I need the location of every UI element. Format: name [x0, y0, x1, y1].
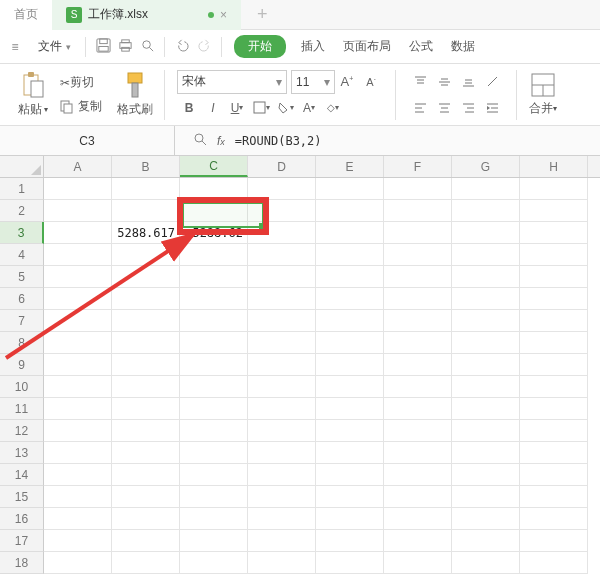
app-menu-button[interactable]: ≡ — [0, 40, 30, 54]
undo-icon[interactable] — [171, 38, 193, 56]
cell-B18[interactable] — [112, 552, 180, 574]
phonetic-button[interactable]: ◇▾ — [321, 96, 345, 120]
cell-G12[interactable] — [452, 420, 520, 442]
cell-F9[interactable] — [384, 354, 452, 376]
bold-button[interactable]: B — [177, 96, 201, 120]
cell-H6[interactable] — [520, 288, 588, 310]
cell-D1[interactable] — [248, 178, 316, 200]
cell-B11[interactable] — [112, 398, 180, 420]
cell-E11[interactable] — [316, 398, 384, 420]
name-box[interactable]: C3 — [0, 126, 175, 156]
cell-D9[interactable] — [248, 354, 316, 376]
cell-C15[interactable] — [180, 486, 248, 508]
select-all-corner[interactable] — [0, 156, 44, 177]
cell-D2[interactable] — [248, 200, 316, 222]
copy-button[interactable]: 复制 — [56, 95, 106, 119]
cell-F18[interactable] — [384, 552, 452, 574]
cell-B4[interactable] — [112, 244, 180, 266]
new-tab-button[interactable]: + — [241, 0, 284, 30]
cell-G10[interactable] — [452, 376, 520, 398]
cell-A16[interactable] — [44, 508, 112, 530]
cell-A18[interactable] — [44, 552, 112, 574]
tab-data[interactable]: 数据 — [442, 38, 484, 55]
decrease-font-button[interactable]: A- — [359, 70, 383, 94]
row-header-5[interactable]: 5 — [0, 266, 44, 288]
cell-A7[interactable] — [44, 310, 112, 332]
format-painter-button[interactable]: 格式刷 — [112, 64, 158, 125]
cell-G15[interactable] — [452, 486, 520, 508]
cell-H8[interactable] — [520, 332, 588, 354]
cell-H9[interactable] — [520, 354, 588, 376]
cell-D11[interactable] — [248, 398, 316, 420]
indent-button[interactable] — [480, 96, 504, 120]
cell-C6[interactable] — [180, 288, 248, 310]
align-center-button[interactable] — [432, 96, 456, 120]
cell-F16[interactable] — [384, 508, 452, 530]
fx-icon[interactable]: fx — [217, 134, 225, 148]
cell-F1[interactable] — [384, 178, 452, 200]
column-header-A[interactable]: A — [44, 156, 112, 177]
cell-E9[interactable] — [316, 354, 384, 376]
cell-E5[interactable] — [316, 266, 384, 288]
cell-H2[interactable] — [520, 200, 588, 222]
cell-C12[interactable] — [180, 420, 248, 442]
search-icon[interactable] — [193, 132, 207, 149]
column-header-H[interactable]: H — [520, 156, 588, 177]
cell-C14[interactable] — [180, 464, 248, 486]
cell-D6[interactable] — [248, 288, 316, 310]
cell-A13[interactable] — [44, 442, 112, 464]
cell-F6[interactable] — [384, 288, 452, 310]
cell-D5[interactable] — [248, 266, 316, 288]
cell-H11[interactable] — [520, 398, 588, 420]
cell-A10[interactable] — [44, 376, 112, 398]
align-right-button[interactable] — [456, 96, 480, 120]
row-header-17[interactable]: 17 — [0, 530, 44, 552]
cell-B2[interactable] — [112, 200, 180, 222]
cell-E4[interactable] — [316, 244, 384, 266]
cell-B17[interactable] — [112, 530, 180, 552]
cell-E7[interactable] — [316, 310, 384, 332]
cell-F7[interactable] — [384, 310, 452, 332]
cell-H17[interactable] — [520, 530, 588, 552]
cell-D4[interactable] — [248, 244, 316, 266]
cell-D12[interactable] — [248, 420, 316, 442]
cell-B6[interactable] — [112, 288, 180, 310]
cell-B13[interactable] — [112, 442, 180, 464]
row-header-11[interactable]: 11 — [0, 398, 44, 420]
tab-document[interactable]: S 工作簿.xlsx × — [52, 0, 241, 30]
cell-G16[interactable] — [452, 508, 520, 530]
column-header-C[interactable]: C — [180, 156, 248, 177]
cell-E6[interactable] — [316, 288, 384, 310]
cell-D17[interactable] — [248, 530, 316, 552]
align-left-button[interactable] — [408, 96, 432, 120]
cell-C16[interactable] — [180, 508, 248, 530]
print-icon[interactable] — [114, 38, 136, 56]
cell-H4[interactable] — [520, 244, 588, 266]
cell-E16[interactable] — [316, 508, 384, 530]
cell-A3[interactable] — [44, 222, 112, 244]
cell-F11[interactable] — [384, 398, 452, 420]
cell-B14[interactable] — [112, 464, 180, 486]
tab-formula[interactable]: 公式 — [400, 38, 442, 55]
cell-E13[interactable] — [316, 442, 384, 464]
cell-F10[interactable] — [384, 376, 452, 398]
cell-H7[interactable] — [520, 310, 588, 332]
font-size-select[interactable]: 11 ▾ — [291, 70, 335, 94]
cell-A15[interactable] — [44, 486, 112, 508]
cell-D3[interactable] — [248, 222, 316, 244]
paste-button[interactable]: 粘贴▾ — [10, 64, 56, 125]
cell-D13[interactable] — [248, 442, 316, 464]
cell-H16[interactable] — [520, 508, 588, 530]
cut-button[interactable]: ✂ 剪切 — [56, 71, 106, 95]
cell-F14[interactable] — [384, 464, 452, 486]
cell-G13[interactable] — [452, 442, 520, 464]
row-header-1[interactable]: 1 — [0, 178, 44, 200]
cell-D8[interactable] — [248, 332, 316, 354]
cell-G6[interactable] — [452, 288, 520, 310]
cell-F17[interactable] — [384, 530, 452, 552]
cell-G11[interactable] — [452, 398, 520, 420]
cell-G18[interactable] — [452, 552, 520, 574]
cell-A5[interactable] — [44, 266, 112, 288]
tab-close-button[interactable]: × — [220, 8, 227, 22]
cell-A8[interactable] — [44, 332, 112, 354]
